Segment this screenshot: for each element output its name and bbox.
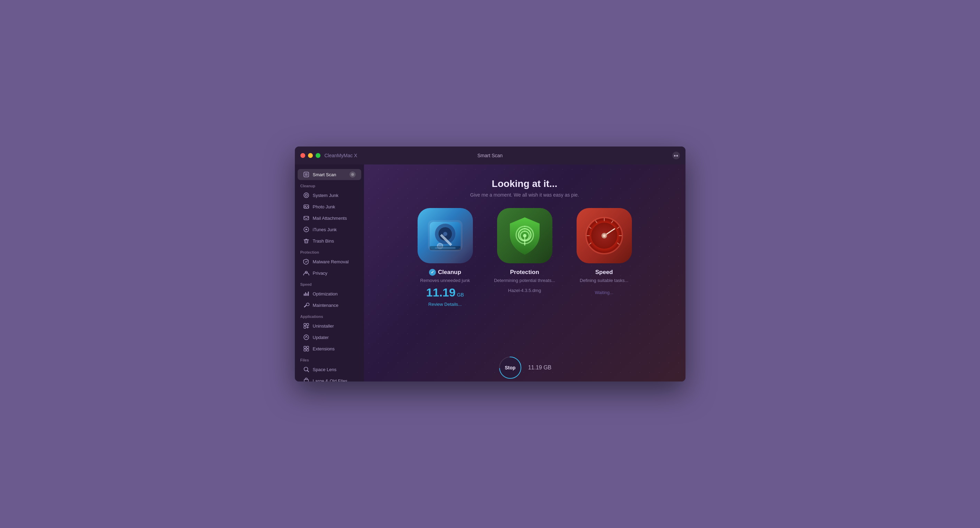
- svg-rect-22: [304, 346, 306, 348]
- svg-rect-17: [307, 323, 309, 326]
- sidebar-item-uninstaller[interactable]: Uninstaller: [298, 320, 361, 331]
- malware-removal-icon: [303, 258, 309, 265]
- sidebar-item-trash-bins[interactable]: Trash Bins: [298, 235, 361, 247]
- space-lens-label: Space Lens: [313, 367, 337, 372]
- updater-label: Updater: [313, 335, 329, 340]
- section-cleanup: Cleanup: [295, 180, 364, 189]
- trash-bins-label: Trash Bins: [313, 239, 334, 243]
- maintenance-icon: [303, 302, 309, 308]
- section-speed: Speed: [295, 279, 364, 288]
- extensions-label: Extensions: [313, 346, 335, 351]
- svg-point-21: [304, 335, 309, 340]
- stop-size-label: 11.19 GB: [528, 364, 552, 371]
- privacy-icon: [303, 270, 309, 276]
- svg-rect-18: [304, 326, 306, 328]
- section-protection: Protection: [295, 247, 364, 256]
- speed-card-icon: [577, 208, 632, 263]
- smart-scan-badge: [350, 172, 356, 178]
- content-subtitle: Give me a moment. We all wish it was eas…: [470, 192, 579, 198]
- info-icon[interactable]: ●●: [672, 152, 680, 159]
- sidebar-item-mail-attachments[interactable]: Mail Attachments: [298, 213, 361, 224]
- stop-ring: Stop: [498, 355, 523, 380]
- titlebar: CleanMyMac X Smart Scan ●●: [295, 146, 686, 164]
- speed-card-desc: Defining suitable tasks...: [580, 278, 628, 283]
- malware-removal-label: Malware Removal: [313, 259, 349, 264]
- content-title: Looking at it...: [470, 178, 579, 189]
- speed-card-name: Speed: [595, 269, 613, 276]
- cards-container: ✓ Cleanup Removes unneeded junk 11.19GB …: [409, 208, 641, 307]
- protection-card: Protection Determining potential threats…: [488, 208, 561, 293]
- traffic-lights: [301, 153, 320, 158]
- svg-point-11: [305, 271, 307, 274]
- svg-rect-28: [304, 379, 309, 382]
- trash-bins-icon: [303, 238, 309, 244]
- optimization-label: Optimization: [313, 291, 338, 296]
- large-old-files-icon: [303, 378, 309, 382]
- photo-junk-icon: [303, 204, 309, 210]
- app-name: CleanMyMac X: [325, 153, 358, 158]
- itunes-junk-icon: [303, 226, 309, 232]
- updater-icon: [303, 334, 309, 340]
- content-area: Looking at it... Give me a moment. We al…: [364, 164, 686, 382]
- protection-card-name: Protection: [510, 269, 539, 276]
- main-content: Smart Scan Cleanup System Junk Photo Jun…: [295, 164, 686, 382]
- cleanup-card-size: 11.19GB: [426, 286, 464, 298]
- mail-attachments-label: Mail Attachments: [313, 216, 347, 221]
- svg-rect-23: [307, 346, 309, 348]
- svg-point-3: [304, 193, 309, 198]
- svg-rect-16: [304, 323, 306, 326]
- section-files: Files: [295, 355, 364, 364]
- sidebar-item-smart-scan[interactable]: Smart Scan: [298, 169, 361, 180]
- svg-rect-7: [304, 216, 309, 220]
- uninstaller-label: Uninstaller: [313, 323, 334, 329]
- sidebar-item-malware-removal[interactable]: Malware Removal: [298, 256, 361, 267]
- svg-rect-24: [304, 349, 306, 351]
- cleanup-check-badge: ✓: [429, 269, 436, 276]
- system-junk-icon: [303, 192, 309, 198]
- sidebar-item-extensions[interactable]: Extensions: [298, 343, 361, 354]
- section-applications: Applications: [295, 311, 364, 320]
- sidebar-item-optimization[interactable]: Optimization: [298, 288, 361, 299]
- privacy-label: Privacy: [313, 270, 328, 276]
- photo-junk-label: Photo Junk: [313, 204, 335, 209]
- uninstaller-icon: [303, 323, 309, 329]
- space-lens-icon: [303, 366, 309, 372]
- itunes-junk-label: iTunes Junk: [313, 227, 337, 232]
- optimization-icon: [303, 291, 309, 297]
- cleanup-card-name: ✓ Cleanup: [429, 269, 461, 276]
- extensions-icon: [303, 345, 309, 352]
- large-old-files-label: Large & Old Files: [313, 379, 347, 382]
- sidebar-item-system-junk[interactable]: System Junk: [298, 190, 361, 201]
- titlebar-actions: ●●: [672, 152, 680, 159]
- bottom-bar: Stop 11.19 GB: [364, 354, 686, 382]
- cleanup-review-link[interactable]: Review Details...: [428, 302, 462, 307]
- close-button[interactable]: [301, 153, 305, 158]
- protection-card-icon: [497, 208, 552, 263]
- cleanup-card: ✓ Cleanup Removes unneeded junk 11.19GB …: [409, 208, 482, 307]
- app-window: CleanMyMac X Smart Scan ●● Smart Scan: [295, 146, 686, 382]
- speed-card-waiting: Waiting...: [595, 290, 614, 295]
- maintenance-label: Maintenance: [313, 303, 339, 308]
- sidebar: Smart Scan Cleanup System Junk Photo Jun…: [295, 164, 364, 382]
- smart-scan-label: Smart Scan: [313, 172, 336, 177]
- sidebar-item-space-lens[interactable]: Space Lens: [298, 364, 361, 375]
- svg-rect-25: [307, 349, 309, 351]
- cleanup-card-icon: [418, 208, 473, 263]
- minimize-button[interactable]: [308, 153, 313, 158]
- stop-button[interactable]: Stop: [500, 357, 520, 378]
- titlebar-center-title: Smart Scan: [477, 153, 503, 158]
- sidebar-item-large-old-files[interactable]: Large & Old Files: [298, 375, 361, 382]
- protection-card-desc: Determining potential threats...: [494, 278, 555, 283]
- sidebar-item-privacy[interactable]: Privacy: [298, 267, 361, 278]
- svg-point-4: [305, 194, 307, 196]
- mail-attachments-icon: [303, 215, 309, 221]
- svg-point-2: [351, 173, 354, 176]
- maximize-button[interactable]: [316, 153, 320, 158]
- svg-point-37: [443, 232, 447, 236]
- system-junk-label: System Junk: [313, 193, 339, 198]
- sidebar-item-itunes-junk[interactable]: iTunes Junk: [298, 224, 361, 235]
- sidebar-item-photo-junk[interactable]: Photo Junk: [298, 201, 361, 212]
- sidebar-item-updater[interactable]: Updater: [298, 332, 361, 343]
- sidebar-item-maintenance[interactable]: Maintenance: [298, 300, 361, 311]
- speed-card: Speed Defining suitable tasks... Waiting…: [568, 208, 641, 295]
